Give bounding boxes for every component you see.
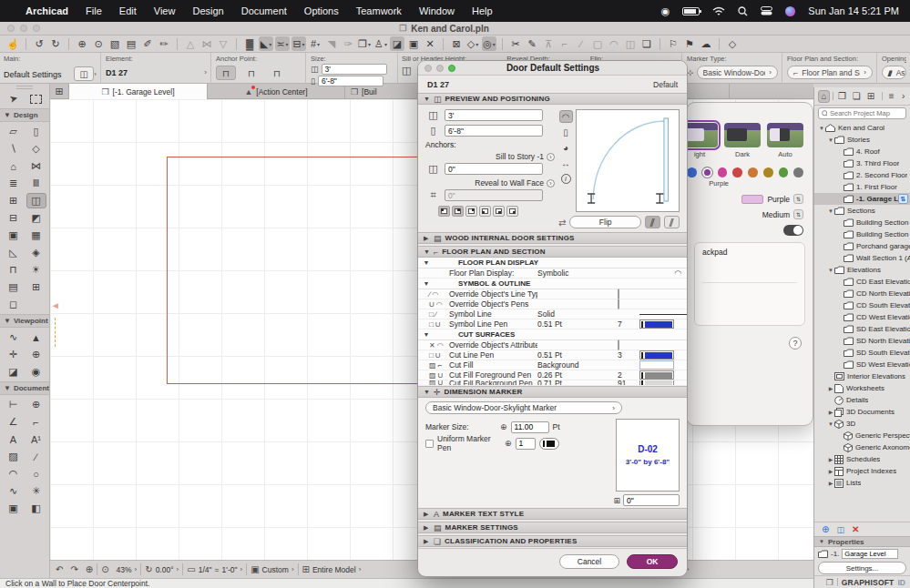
- tree-item[interactable]: Building Section A (A: [814, 217, 910, 228]
- rotate-view-icon[interactable]: ▧: [107, 36, 122, 51]
- fill-swatch[interactable]: [639, 360, 674, 370]
- marker-type-button[interactable]: Basic Window-Door...›: [697, 66, 778, 79]
- zoom-in-button[interactable]: ⊕: [82, 564, 97, 574]
- beam-tool[interactable]: ∖: [4, 141, 24, 157]
- story-up-icon[interactable]: △: [183, 36, 198, 51]
- menu-teamwork[interactable]: Teamwork: [356, 5, 402, 16]
- door-width-field[interactable]: [445, 109, 543, 121]
- tree-item[interactable]: ▶Schedules: [814, 453, 910, 465]
- zoom-level-control[interactable]: 43%›: [113, 565, 141, 574]
- corner-icon[interactable]: ⌐: [557, 36, 572, 51]
- grid-element-tool[interactable]: ⊞: [26, 279, 46, 295]
- flag-check-icon[interactable]: ⚑: [682, 36, 697, 51]
- accent-color-dot[interactable]: [793, 167, 803, 177]
- frame-mode-icon[interactable]: ❐▾: [357, 36, 372, 51]
- tree-item[interactable]: ▼Sections: [814, 205, 910, 217]
- fit-in-window-button[interactable]: ⊙: [97, 564, 112, 574]
- fit-icon[interactable]: ✕: [423, 36, 437, 51]
- dimension-tool[interactable]: ⊢: [4, 397, 24, 412]
- tree-expander[interactable]: ▼: [827, 137, 834, 143]
- tree-item[interactable]: CD South Elevation (: [814, 299, 910, 311]
- pen-color-swatch[interactable]: [639, 319, 674, 329]
- wall-outline[interactable]: [167, 157, 433, 384]
- marquee-3d-icon[interactable]: ⊠: [449, 36, 464, 51]
- param-checkbox[interactable]: [618, 340, 619, 350]
- cloud-icon[interactable]: ☁: [699, 36, 713, 51]
- properties-header[interactable]: ▼ Properties: [814, 536, 910, 547]
- tree-item[interactable]: ▶3D Documents: [814, 406, 910, 418]
- menu-window[interactable]: Window: [419, 5, 455, 16]
- plan-view-icon[interactable]: ◠: [559, 110, 573, 123]
- pen-icon[interactable]: ✑: [341, 36, 355, 51]
- zoom-window-button[interactable]: [33, 25, 40, 32]
- tree-expander[interactable]: ▶: [827, 409, 834, 415]
- morph-tool[interactable]: ◈: [26, 245, 46, 260]
- align-icon[interactable]: ⊼: [541, 36, 556, 51]
- subsection-symbol-outline[interactable]: ▼SYMBOL & OUTLINE: [418, 279, 687, 289]
- floor-plan-display-row[interactable]: Floor Plan Display: Symbolic ◠: [418, 269, 687, 279]
- tree-item[interactable]: ▶Project Indexes: [814, 465, 910, 477]
- 3d-view-icon[interactable]: ◕: [559, 141, 573, 154]
- zoom-forward-button[interactable]: ↷: [66, 564, 81, 574]
- subsection-floor-plan-display[interactable]: ▼FLOOR PLAN DISPLAY: [418, 258, 687, 269]
- highlight-stepper[interactable]: ⇅: [793, 194, 803, 204]
- parameter-row[interactable]: □∕Symbol LineSolid: [418, 309, 687, 319]
- search-icon[interactable]: [738, 6, 748, 16]
- anchor-right-button[interactable]: ⊓: [267, 66, 287, 80]
- toolbox-section-document[interactable]: ▼Document: [0, 381, 49, 395]
- layout-book-icon[interactable]: ❏: [851, 90, 863, 103]
- inject-parameters-icon[interactable]: ✏: [157, 36, 171, 51]
- tree-item[interactable]: ▼3D: [814, 418, 910, 430]
- section-tool[interactable]: ∿: [4, 329, 24, 345]
- ramp-tool[interactable]: ◺: [4, 245, 24, 260]
- roof-tool[interactable]: ⌂: [4, 158, 24, 174]
- accent-color-dot[interactable]: [732, 167, 742, 177]
- add-item-icon[interactable]: ⊕: [822, 524, 829, 534]
- snap-guides-icon[interactable]: ≍▾: [275, 36, 290, 51]
- tree-item[interactable]: Generic Perspective: [814, 430, 910, 441]
- section-dimension-marker[interactable]: ▼✛ DIMENSION MARKER: [418, 386, 687, 398]
- parameter-row[interactable]: □UCut Line Pen0.51 Pt3: [418, 350, 687, 360]
- height-field[interactable]: [318, 76, 383, 86]
- interior-elevation-tool[interactable]: ✛: [4, 347, 24, 362]
- tree-item[interactable]: Interior Elevations: [814, 370, 910, 382]
- elevation-marker[interactable]: ◄: [51, 300, 60, 310]
- grid-snap-icon[interactable]: #▾: [308, 36, 322, 51]
- spline-tool[interactable]: ∿: [4, 483, 24, 499]
- door-height-field[interactable]: [445, 125, 543, 137]
- projection-icon[interactable]: ◎▾: [482, 36, 496, 51]
- mirror-right-button[interactable]: ∥: [664, 216, 680, 228]
- tab-garage-level[interactable]: ❒ [-1. Garage Level]: [69, 84, 208, 99]
- door-preview[interactable]: [576, 109, 680, 212]
- zoom-selection-icon[interactable]: ⊕: [75, 36, 89, 51]
- tree-expander[interactable]: ▼: [818, 126, 825, 131]
- parameter-row[interactable]: U◠Override Object's Pens: [418, 299, 687, 309]
- search-input[interactable]: [830, 109, 903, 117]
- parameter-row[interactable]: ▨UCut Fill Foreground Pen0.26 Pt2: [418, 370, 687, 380]
- guide-lines-icon[interactable]: ◣▾: [259, 36, 273, 51]
- arc-tool[interactable]: ◠: [4, 466, 24, 482]
- tree-item[interactable]: SD East Elevation (A: [814, 323, 910, 335]
- windows-icon[interactable]: ❐: [826, 578, 833, 587]
- reveal-value-field[interactable]: [445, 189, 543, 201]
- view-map-icon[interactable]: ❐: [836, 90, 848, 103]
- tree-item[interactable]: ▼Ken and Carol: [814, 122, 910, 134]
- window-tool[interactable]: ⊟: [4, 210, 24, 226]
- appearance-light-option[interactable]: ight: [686, 123, 718, 158]
- marker-size-field[interactable]: [511, 421, 549, 433]
- tree-item[interactable]: Wall Section 1 (Auto-: [814, 252, 910, 264]
- adjust-icon[interactable]: ✎: [525, 36, 539, 51]
- story-stepper-icon[interactable]: ⇅: [898, 194, 908, 204]
- railing-tool[interactable]: Ⅲ: [26, 176, 46, 191]
- dimensions-view-icon[interactable]: ↔: [559, 157, 573, 169]
- accent-color-dot[interactable]: [718, 167, 728, 177]
- accent-color-dot[interactable]: [702, 167, 712, 177]
- tree-expander[interactable]: ▶: [827, 385, 834, 391]
- shell-tool[interactable]: ⋈: [26, 158, 46, 174]
- parameter-row[interactable]: □USymbol Line Pen0.51 Pt7: [418, 319, 687, 329]
- tree-item[interactable]: SD West Elevation (A: [814, 359, 910, 370]
- snap-points-icon[interactable]: ⊟▾: [291, 36, 306, 51]
- arrow-tool[interactable]: ➤: [2, 88, 26, 108]
- door-edit-icon[interactable]: ◫: [623, 36, 638, 51]
- wifi-icon[interactable]: [712, 6, 725, 15]
